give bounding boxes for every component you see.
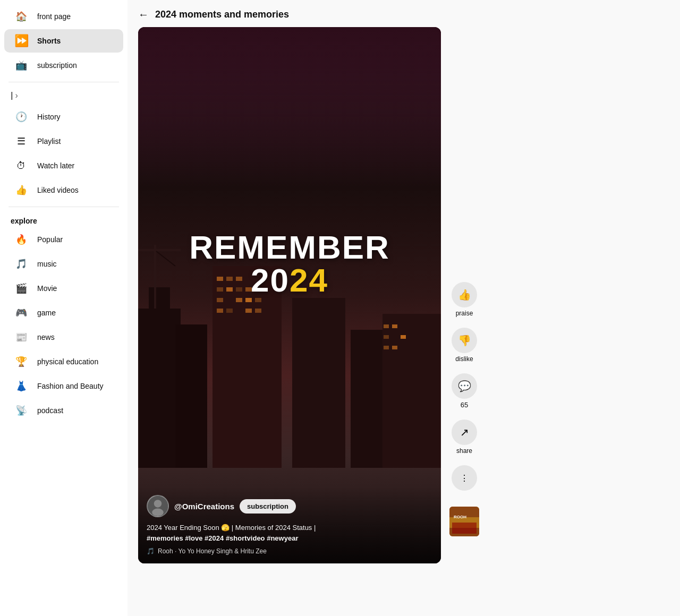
dislike-label: dislike (455, 355, 473, 363)
comment-button[interactable]: 💬 (452, 373, 477, 399)
home-icon: 🏠 (15, 10, 28, 23)
sidebar-item-news[interactable]: 📰 news (4, 326, 123, 349)
main-content: ← 2024 moments and memories (128, 0, 680, 616)
svg-rect-17 (245, 309, 252, 313)
video-title-overlay: REMEMBER 2024 (189, 231, 390, 297)
back-button[interactable]: ← (138, 8, 149, 21)
side-actions: 👍 praise 👎 dislike 💬 65 ↗ share ⋮ (449, 27, 479, 536)
music-row: 🎵 Rooh · shareYo Yo Honey Singh & Hritu … (147, 547, 432, 555)
svg-point-33 (152, 509, 164, 516)
comment-count: 65 (461, 401, 468, 409)
dislike-action[interactable]: 👎 dislike (452, 328, 477, 363)
remember-text: REMEMBER (189, 231, 390, 264)
sidebar-label-front-page: front page (37, 12, 71, 21)
more-options-action[interactable]: ⋮ (452, 465, 477, 491)
svg-rect-13 (245, 298, 252, 302)
popular-icon: 🔥 (15, 233, 28, 246)
svg-point-32 (154, 500, 162, 507)
divider-2 (8, 207, 119, 207)
music-note-icon: 🎵 (147, 547, 155, 555)
history-icon: 🕐 (15, 110, 28, 123)
svg-rect-14 (255, 298, 261, 302)
avatar[interactable] (147, 495, 169, 517)
svg-rect-2 (175, 324, 207, 468)
sidebar-item-watch-later[interactable]: ⏱ Watch later (4, 154, 123, 177)
video-background: REMEMBER 2024 (138, 27, 441, 563)
svg-rect-11 (217, 298, 223, 302)
share-button[interactable]: ↗ (452, 420, 477, 445)
video-bottom-info: @OmiCreations subscription 2024 Year End… (138, 486, 441, 563)
sky-overlay (138, 27, 441, 186)
sidebar-item-liked-videos[interactable]: 👍 Liked videos (4, 178, 123, 202)
share-action[interactable]: ↗ share (452, 420, 477, 455)
page-header: ← 2024 moments and memories (138, 0, 669, 27)
music-label: Rooh · shareYo Yo Honey Singh & Hritu Ze… (158, 547, 267, 555)
svg-rect-12 (236, 298, 242, 302)
playlist-icon: ☰ (15, 135, 28, 148)
sidebar-item-shorts[interactable]: ⏩ Shorts (4, 29, 123, 53)
svg-rect-26 (392, 324, 397, 328)
news-icon: 📰 (15, 331, 28, 344)
sidebar-label-watch-later: Watch later (37, 161, 74, 170)
sidebar-item-popular[interactable]: 🔥 Popular (4, 228, 123, 251)
sidebar-label-movie: Movie (37, 284, 57, 293)
collapse-bar-icon: | (11, 91, 13, 100)
comment-action[interactable]: 💬 65 (452, 373, 477, 409)
game-icon: 🎮 (15, 306, 28, 319)
watch-later-icon: ⏱ (15, 159, 28, 172)
video-container: REMEMBER 2024 (138, 27, 669, 563)
page-title: 2024 moments and memories (155, 9, 289, 20)
sidebar-item-podcast[interactable]: 📡 podcast (4, 399, 123, 422)
sidebar-label-fashion-beauty: Fashion and Beauty (37, 382, 104, 390)
sidebar-item-music[interactable]: 🎵 music (4, 252, 123, 276)
sidebar-label-game: game (37, 309, 56, 317)
sidebar-label-liked-videos: Liked videos (37, 186, 79, 194)
share-label: share (456, 447, 472, 455)
sidebar-item-physical-education[interactable]: 🏆 physical education (4, 350, 123, 373)
more-options-button[interactable]: ⋮ (452, 465, 477, 491)
sidebar-item-history[interactable]: 🕐 History (4, 105, 123, 129)
physical-education-icon: 🏆 (15, 355, 28, 368)
svg-rect-29 (384, 346, 389, 349)
year-suffix: 24 (290, 262, 328, 298)
sidebar-label-popular: Popular (37, 235, 63, 244)
music-icon: 🎵 (15, 258, 28, 270)
movie-icon: 🎬 (15, 282, 28, 295)
svg-rect-36 (452, 523, 477, 534)
podcast-icon: 📡 (15, 404, 28, 417)
sidebar-label-history: History (37, 113, 61, 121)
sidebar-item-game[interactable]: 🎮 game (4, 301, 123, 324)
year-prefix: 20 (251, 262, 290, 298)
svg-rect-30 (392, 346, 397, 349)
subscription-button[interactable]: subscription (240, 499, 296, 514)
svg-line-21 (156, 251, 175, 266)
dislike-button[interactable]: 👎 (452, 328, 477, 353)
praise-action[interactable]: 👍 praise (452, 282, 477, 317)
thumbnail-preview[interactable]: ROOH (449, 507, 479, 536)
sidebar-label-music: music (37, 260, 57, 268)
svg-rect-19 (154, 245, 156, 309)
collapse-arrow-icon: › (15, 91, 18, 100)
collapse-row[interactable]: | › (0, 87, 128, 105)
svg-text:ROOH: ROOH (454, 515, 466, 519)
svg-rect-18 (255, 309, 261, 313)
divider-1 (8, 82, 119, 82)
channel-name: @OmiCreations (174, 502, 234, 511)
sidebar-item-fashion-beauty[interactable]: 👗 Fashion and Beauty (4, 374, 123, 398)
sidebar-item-front-page[interactable]: 🏠 front page (4, 5, 123, 28)
sidebar-item-movie[interactable]: 🎬 Movie (4, 277, 123, 300)
video-description: 2024 Year Ending Soon 🫣 | Memories of 20… (147, 523, 432, 543)
svg-rect-22 (292, 298, 345, 468)
liked-videos-icon: 👍 (15, 184, 28, 196)
sidebar: 🏠 front page ⏩ Shorts 📺 subscription | ›… (0, 0, 128, 616)
shorts-icon: ⏩ (15, 35, 28, 47)
svg-rect-1 (149, 287, 170, 468)
sidebar-item-playlist[interactable]: ☰ Playlist (4, 130, 123, 153)
praise-button[interactable]: 👍 (452, 282, 477, 307)
year-text: 2024 (189, 264, 390, 297)
sidebar-item-subscription[interactable]: 📺 subscription (4, 54, 123, 77)
channel-row: @OmiCreations subscription (147, 495, 432, 517)
video-player[interactable]: REMEMBER 2024 (138, 27, 441, 563)
sidebar-label-podcast: podcast (37, 406, 63, 415)
praise-label: praise (456, 310, 473, 317)
